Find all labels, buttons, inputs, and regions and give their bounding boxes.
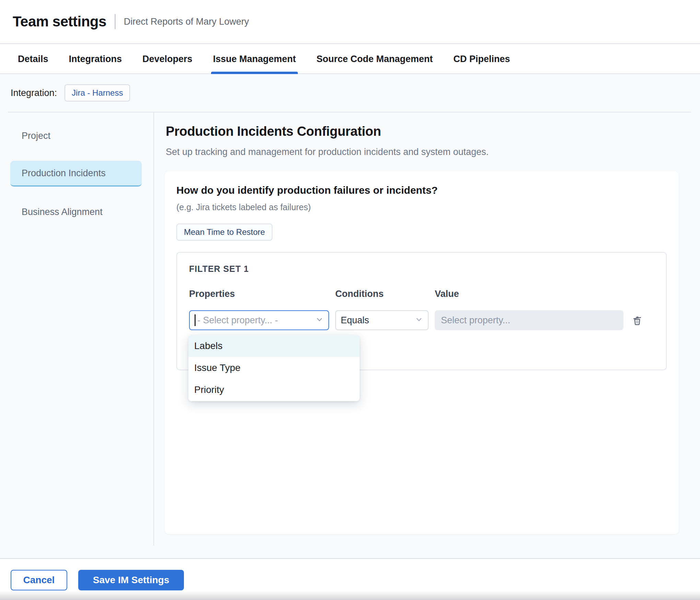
card-hint: (e.g. Jira tickets labeled as failures) [176, 202, 311, 212]
text-cursor [195, 314, 196, 326]
column-header-properties: Properties [189, 289, 329, 299]
settings-body: Project Production Incidents Business Al… [0, 112, 700, 558]
dropdown-item-labels[interactable]: Labels [188, 335, 360, 357]
tab-bar: Details Integrations Developers Issue Ma… [0, 45, 700, 74]
trash-icon [631, 314, 643, 327]
dropdown-item-issue-type[interactable]: Issue Type [188, 357, 360, 379]
condition-select-value: Equals [341, 315, 369, 326]
delete-filter-button[interactable] [630, 313, 645, 328]
dropdown-item-priority[interactable]: Priority [188, 379, 360, 401]
column-header-value: Value [435, 289, 623, 299]
chevron-down-icon [315, 315, 324, 325]
page-header: Team settings Direct Reports of Mary Low… [0, 0, 700, 44]
sidebar-item-label: Production Incidents [22, 168, 106, 179]
value-input[interactable]: Select property... [435, 310, 623, 330]
property-dropdown: Labels Issue Type Priority [188, 335, 360, 401]
property-select-placeholder: - Select property... - [197, 315, 278, 326]
incidents-config-card: How do you identify production failures … [165, 171, 679, 534]
tab-source-code-management[interactable]: Source Code Management [314, 45, 435, 73]
filter-column-headers: Properties Conditions Value [189, 289, 623, 299]
chevron-down-icon [415, 315, 423, 325]
tab-details[interactable]: Details [16, 45, 50, 73]
tab-issue-management[interactable]: Issue Management [211, 45, 298, 73]
sidebar-item-label: Project [22, 131, 50, 141]
save-im-settings-button[interactable]: Save IM Settings [78, 570, 184, 590]
integration-row: Integration: Jira - Harness [0, 74, 700, 112]
value-input-placeholder: Select property... [441, 315, 510, 326]
filter-set-title: FILTER SET 1 [189, 264, 249, 274]
sidebar-item-label: Business Alignment [22, 207, 103, 217]
footer-bar: Cancel Save IM Settings [0, 558, 700, 600]
filter-controls-row: - Select property... - Equals [189, 310, 645, 330]
sidebar-item-business-alignment[interactable]: Business Alignment [10, 199, 142, 225]
integration-chip[interactable]: Jira - Harness [65, 84, 130, 101]
page-subtitle: Direct Reports of Mary Lowery [124, 16, 249, 27]
sidebar-divider [153, 112, 154, 545]
sidebar-item-production-incidents[interactable]: Production Incidents [10, 161, 142, 187]
title-separator [115, 14, 116, 29]
property-select[interactable]: - Select property... - [189, 310, 329, 330]
condition-select[interactable]: Equals [335, 310, 429, 330]
column-header-conditions: Conditions [335, 289, 429, 299]
integration-label: Integration: [11, 88, 57, 98]
section-heading: Production Incidents Configuration [166, 124, 381, 139]
sidebar-item-project[interactable]: Project [10, 123, 142, 149]
page-title: Team settings [13, 13, 106, 30]
section-description: Set up tracking and management for produ… [166, 147, 489, 157]
card-question: How do you identify production failures … [176, 184, 438, 196]
cancel-button[interactable]: Cancel [11, 570, 67, 590]
tab-cd-pipelines[interactable]: CD Pipelines [451, 45, 512, 73]
metric-chip-mttr[interactable]: Mean Time to Restore [176, 224, 272, 241]
tab-developers[interactable]: Developers [140, 45, 195, 73]
tab-integrations[interactable]: Integrations [67, 45, 124, 73]
team-settings-page: Team settings Direct Reports of Mary Low… [0, 0, 700, 600]
